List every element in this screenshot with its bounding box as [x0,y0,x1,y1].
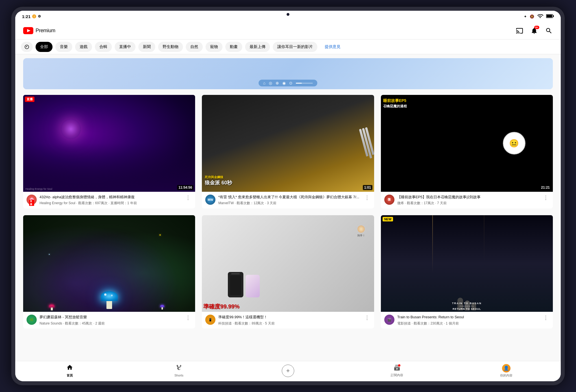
home-icon [66,364,73,373]
train-title-line3: RETURN TO SEOUL [381,308,553,310]
video-card[interactable]: TRAIN TO BUSAN PRESENTS RETURN TO SEOUL … [381,215,553,329]
status-bar: 1:21 i ⚙ ✦ 🔕 [15,11,561,22]
story-title-line1: 睡前故事EP5 [383,98,467,103]
channel-avatar[interactable]: 🌿 [27,315,37,325]
youtube-logo-icon [23,27,33,34]
video-title: 432Hz- alpha波治愈整個身體情緒，身體，精神和精神康復 [40,195,182,200]
cast-button[interactable] [516,27,523,35]
live-tag: 直播 [29,200,34,206]
more-options-button[interactable]: ⋮ [184,195,192,201]
cast-icon [516,27,523,34]
category-feedback[interactable]: 提供意見 [320,42,345,52]
healing-channel-watermark: Healing Energy for Soul [25,188,52,190]
notifications-button[interactable]: 9+ [530,27,538,35]
category-new-videos[interactable]: 讓你耳目一新的影片 [273,42,317,52]
train-title-line1: TRAIN TO BUSAN [381,302,553,305]
video-card[interactable]: 準確度99.99% 到手！ 📱 [202,215,374,329]
video-title: *有雷 憤入* 愈來愈多變種人出來了!!! 今夏最大檔《死侍與金鋼狼》夢幻合體大… [218,195,360,200]
more-options-button[interactable]: ⋮ [542,315,549,321]
video-title: 夢幻蘑菇森林 - 冥想放鬆音樂 [40,315,182,320]
video-meta: 準確度99.99%！這樣選機型！ 科技頻道 · 觀看次數：89萬次 · 5 天前 [218,315,360,326]
nav-create[interactable]: + [277,365,299,377]
shorts-icon [176,364,182,373]
nav-home[interactable]: 首頁 [58,364,81,378]
video-meta: Train to Busan Presents: Return to Seoul… [397,315,539,326]
channel-avatar[interactable]: 🎬 [384,315,394,325]
camera-notch [287,13,289,16]
search-button[interactable] [545,27,553,35]
category-live[interactable]: 直播中 [115,42,136,52]
profile-label: 你的內容 [500,373,512,378]
video-meta: *有雷 憤入* 愈來愈多變種人出來了!!! 今夏最大檔《死侍與金鋼狼》夢幻合體大… [218,195,360,206]
home-label: 首頁 [67,373,73,378]
video-sub: 電影頻道 · 觀看次數：230萬次 · 1 個月前 [397,321,539,326]
nav-subscriptions[interactable]: 訂閱內容 [386,364,408,377]
compass-icon [24,44,29,49]
video-card[interactable]: 睡前故事EP5 召喚惡魔的過程 [381,95,553,208]
channel-avatar[interactable]: 📱 [205,315,215,325]
channel-avatar[interactable]: 微 [384,195,394,205]
more-options-button[interactable]: ⋮ [363,195,371,201]
category-all[interactable]: 全部 [36,42,53,52]
category-latest[interactable]: 最新上傳 [245,42,270,52]
category-music[interactable]: 音樂 [55,42,72,52]
sleeping-orb [61,119,81,139]
category-nature[interactable]: 自然 [186,42,203,52]
category-wildlife[interactable]: 野生動物 [158,42,183,52]
explore-button[interactable] [21,42,33,52]
more-options-button[interactable]: ⋮ [542,195,549,201]
video-sub: 科技頻道 · 觀看次數：89萬次 · 5 天前 [218,321,360,326]
more-options-button[interactable]: ⋮ [363,315,371,321]
banner-user-icon: ⊙ [289,81,293,85]
subscriptions-icon-wrap [394,364,400,372]
bottom-nav: 首頁 Shorts + [15,361,561,381]
video-sub: Nature Sounds · 觀看次數：45萬次 · 2 週前 [40,321,182,326]
film-title-overlay: 死侍與金鋼狼 [205,175,232,179]
subscriptions-label: 訂閱內容 [391,373,403,377]
sleeping-thumbnail: Healing Energy for Soul [23,95,195,192]
video-meta: 夢幻蘑菇森林 - 冥想放鬆音樂 Nature Sounds · 觀看次數：45萬… [40,315,182,326]
mushroom-thumbnail [23,215,195,312]
featured-banner[interactable]: ⌂ ◎ ⊕ ◉ ⊙ [23,58,553,89]
settings-status-icon: ⚙ [38,14,41,18]
video-card[interactable]: Healing Energy for Soul 直播 11:54:56 🌸 直播… [23,95,195,208]
header: Premium 9+ [15,22,561,40]
banner-progress-bar [296,83,313,84]
wolverine-thumbnail: 死侍與金鋼狼 狼金派 60秒 [202,95,374,192]
shorts-label: Shorts [174,374,184,377]
banner-controls: ⌂ ◎ ⊕ ◉ ⊙ [259,80,317,86]
category-games[interactable]: 遊戲 [75,42,92,52]
category-news[interactable]: 新聞 [138,42,155,52]
video-info: 🎬 Train to Busan Presents: Return to Seo… [381,312,553,328]
train-thumbnail: TRAIN TO BUSAN PRESENTS RETURN TO SEOUL [381,215,553,312]
more-options-button[interactable]: ⋮ [184,315,192,321]
bluetooth-status-icon: ✦ [524,14,527,19]
category-pets[interactable]: 寵物 [206,42,222,52]
channel-avatar[interactable]: MW [205,195,215,205]
notification-count-badge: 9+ [534,26,539,29]
video-sub: MarvelTW · 觀看次數：12萬次 · 3 天前 [218,201,360,206]
nav-profile[interactable]: 👤 你的內容 [495,364,518,378]
video-sub: 微疼 · 觀看次數：17萬次 · 7 天前 [397,201,539,206]
logo-area[interactable]: Premium [23,27,55,34]
svg-rect-1 [553,15,554,17]
channel-avatar[interactable]: 🌸 直播 [27,195,37,205]
category-bar: 全部 音樂 遊戲 合輯 直播中 新聞 野生動物 自然 [15,40,561,54]
nav-shorts[interactable]: Shorts [168,364,190,377]
search-icon [545,27,553,34]
category-compilation[interactable]: 合輯 [95,42,112,52]
tablet-screen: 1:21 i ⚙ ✦ 🔕 [15,11,561,381]
new-badge: NEW [383,217,393,221]
story-title-line2: 召喚惡魔的過程 [383,104,467,109]
video-thumbnail: TRAIN TO BUSAN PRESENTS RETURN TO SEOUL … [381,215,553,312]
video-grid: Healing Energy for Soul 直播 11:54:56 🌸 直播… [15,95,561,334]
sound-status-icon: 🔕 [530,14,534,19]
svg-rect-2 [547,15,552,17]
category-animation[interactable]: 動畫 [225,42,242,52]
banner-add-icon: ⊕ [276,81,279,85]
video-info: 微 【睡前故事EP5】我在日本召喚惡魔的故事|2則故事 微疼 · 觀看次數：17… [381,192,553,208]
video-meta: 432Hz- alpha波治愈整個身體情緒，身體，精神和精神康復 Healing… [40,195,182,206]
header-icons: 9+ [516,27,553,35]
video-card[interactable]: 死侍與金鋼狼 狼金派 60秒 1:01 MW *有雷 憤入* 愈來愈多變種人出來… [202,95,374,208]
video-card[interactable]: 🌿 夢幻蘑菇森林 - 冥想放鬆音樂 Nature Sounds · 觀看次數：4… [23,215,195,329]
